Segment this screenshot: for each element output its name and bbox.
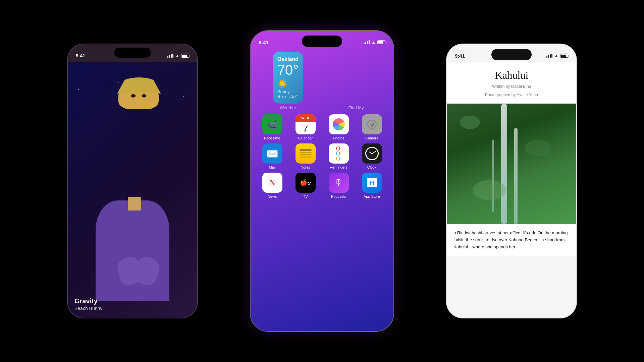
scene: 9:41 ▲ (0, 0, 644, 362)
phone-right: 9:41 ▲ Kahului Written by Isabel Bina Ph… (446, 44, 577, 318)
tv-logo: 🍎tv (300, 179, 311, 186)
clock-label: Clock (367, 165, 377, 169)
time-right: 9:41 (455, 53, 465, 59)
appstore-logo: 🅰 (367, 177, 377, 188)
camera-inner-lens (370, 122, 374, 127)
news-logo: N (269, 178, 275, 188)
waterfall-background (447, 104, 576, 224)
album-art-container: Gravity Beach Bunny (68, 62, 197, 318)
bar3 (171, 54, 172, 58)
weather-range: H:75° L:57° (277, 94, 299, 99)
tv-icon[interactable]: 🍎tv (296, 173, 316, 193)
weather-widget-inner[interactable]: Oakland 70° ☀️ Sunny H:75° L:57° (273, 52, 304, 104)
mail-label: Mail (269, 165, 275, 169)
photos-gradient (333, 118, 345, 130)
weather-condition: Sunny (277, 89, 299, 94)
weather-widget[interactable]: Oakland 70° ☀️ Sunny H:75° L:57° Weather (256, 52, 320, 110)
reminders-label: Reminders (330, 165, 347, 169)
music-info: Gravity Beach Bunny (74, 297, 102, 311)
app-mail[interactable]: ✉️ Mail (257, 143, 287, 169)
app-news[interactable]: N News (257, 173, 287, 198)
weather-sun-icon: ☀️ (277, 79, 299, 88)
notes-label: Notes (301, 165, 310, 169)
app-grid: 📹 FaceTime WED 7 Calendar (256, 114, 388, 198)
battery-right (560, 54, 568, 58)
dynamic-island-left (114, 48, 151, 58)
app-clock[interactable]: Clock (357, 143, 387, 169)
waterfall-stream-3 (492, 140, 494, 212)
wifi-center: ▲ (371, 40, 376, 45)
album-art: Gravity Beach Bunny (68, 62, 197, 318)
calendar-label: Calendar (298, 136, 313, 140)
battery-center (377, 40, 385, 44)
article-text: h Rie Iwahashi arrives at her office, it… (447, 224, 576, 256)
center-content: Oakland 70° ☀️ Sunny H:75° L:57° Weather (251, 49, 393, 331)
article-title: Kahului (453, 69, 570, 81)
app-reminders[interactable]: Reminders (324, 143, 354, 169)
camera-label: Camera (365, 136, 378, 140)
bar2 (169, 55, 170, 58)
time-center: 9:41 (259, 40, 269, 45)
article-image (447, 104, 576, 224)
photos-label: Photos (333, 136, 344, 140)
signal-center (364, 40, 370, 44)
wifi-right: ▲ (554, 53, 558, 58)
weather-city: Oakland (277, 56, 299, 62)
dynamic-island-right (491, 49, 532, 60)
app-facetime[interactable]: 📹 FaceTime (257, 114, 287, 140)
dynamic-island-center (302, 36, 342, 47)
app-tv[interactable]: 🍎tv TV (290, 173, 320, 198)
facetime-label: FaceTime (264, 136, 280, 140)
podcasts-icon[interactable]: 🎙 (329, 173, 349, 193)
notes-lines (298, 147, 314, 160)
clock-icon[interactable] (362, 143, 382, 164)
article-written-by: Written by Isabel Bina (453, 83, 570, 90)
app-camera[interactable]: Camera (357, 114, 387, 140)
phone-center: 9:41 ▲ Oakland 70° (250, 30, 394, 332)
mail-icon[interactable]: ✉️ (262, 143, 282, 164)
weather-temp: 70° (277, 63, 299, 77)
status-icons-right: ▲ (546, 53, 568, 58)
facetime-icon[interactable]: 📹 (262, 114, 282, 134)
time-left: 9:41 (76, 53, 85, 58)
battery-left (181, 54, 189, 58)
status-icons-left: ▲ (167, 53, 189, 58)
notes-icon[interactable] (296, 143, 316, 164)
app-podcasts[interactable]: 🎙 Podcasts (324, 173, 354, 198)
weather-label: Weather (280, 105, 296, 110)
app-calendar[interactable]: WED 7 Calendar (290, 114, 320, 140)
mail-emoji: ✉️ (266, 148, 278, 160)
photos-icon[interactable] (329, 114, 349, 134)
calendar-icon[interactable]: WED 7 (296, 114, 316, 134)
clock-face (365, 147, 379, 160)
music-title: Gravity (74, 297, 102, 305)
appstore-label: App Store (364, 194, 380, 198)
signal-right (546, 54, 552, 58)
findmy-label: Find My (348, 105, 364, 110)
camera-lens (367, 120, 377, 129)
article-photographed-by: Photographed by Yvette Yoon (453, 92, 570, 98)
status-icons-center: ▲ (364, 40, 385, 45)
news-icon[interactable]: N (262, 173, 282, 193)
tv-label: TV (303, 194, 308, 198)
app-appstore[interactable]: 🅰 App Store (357, 173, 387, 198)
waterfall-stream-main (501, 104, 507, 224)
article-header: Kahului Written by Isabel Bina Photograp… (447, 62, 576, 104)
widget-row: Oakland 70° ☀️ Sunny H:75° L:57° Weather (256, 52, 388, 110)
calendar-date: 7 (303, 124, 308, 134)
music-artist: Beach Bunny (74, 306, 102, 311)
findmy-widget[interactable]: 25A 😎 Now Hudson Ave Stuyvesant Falls Fi… (324, 52, 388, 110)
bar4 (172, 54, 173, 58)
app-photos[interactable]: Photos (324, 114, 354, 140)
calendar-day: WED (296, 114, 316, 122)
news-label: News (268, 194, 277, 198)
podcasts-logo: 🎙 (334, 178, 343, 188)
appstore-icon[interactable]: 🅰 (362, 173, 382, 193)
article-body: h Rie Iwahashi arrives at her office, it… (453, 230, 568, 249)
podcasts-label: Podcasts (331, 194, 346, 198)
app-notes[interactable]: Notes (290, 143, 320, 169)
reminders-icon[interactable] (329, 143, 349, 164)
wifi-left: ▲ (175, 53, 179, 58)
camera-icon[interactable] (362, 114, 382, 134)
phone-left: 9:41 ▲ (67, 44, 198, 318)
